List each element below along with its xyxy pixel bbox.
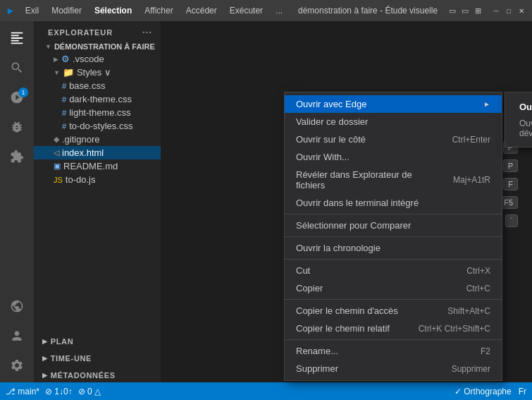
- menu-afficher[interactable]: Afficher: [139, 4, 178, 17]
- context-menu: Ouvrir avec Edge ► Valider ce dossier Ou…: [284, 92, 502, 381]
- menu-copy-path[interactable]: Copier le chemin d'accès Shift+Alt+C: [285, 302, 502, 320]
- vscode-folder-icon: ⚙: [61, 54, 70, 64]
- tree-gitignore[interactable]: ◆ .gitignore: [34, 133, 161, 146]
- tree-base-css[interactable]: # base.css: [34, 79, 161, 92]
- menu-open-chrono[interactable]: Ouvrir la chronologie: [285, 239, 502, 257]
- activity-settings[interactable]: [3, 351, 31, 380]
- menu-select-compare[interactable]: Sélectionner pour Comparer: [285, 217, 502, 234]
- menu-copy-relative[interactable]: Copier le chemin relatif Ctrl+K Ctrl+Shi…: [285, 320, 502, 337]
- menu-executer[interactable]: Exécuter: [224, 4, 268, 17]
- fr-label[interactable]: Fr: [519, 387, 526, 396]
- menu-selection[interactable]: Sélection: [89, 4, 137, 17]
- index-html-label: index.html: [62, 147, 104, 158]
- activity-search[interactable]: [3, 54, 31, 82]
- copy-label: Copier: [296, 283, 323, 293]
- arrow-down-icon: ▼: [45, 43, 51, 50]
- maximize-button[interactable]: □: [504, 6, 514, 16]
- delete-label: Supprimer: [296, 363, 338, 374]
- activity-extensions[interactable]: [3, 143, 31, 171]
- rename-shortcut: F2: [481, 346, 490, 356]
- status-right: ✓ Orthographe Fr: [454, 387, 526, 396]
- tree-todo-styles[interactable]: # to-do-styles.css: [34, 119, 161, 133]
- main-layout: 1 EXPLORATEUR ··· ▼ DÉMONSTRATIO: [0, 21, 532, 382]
- tree-project[interactable]: ▼ DÉMONSTRATION À FAIRE: [34, 41, 161, 52]
- status-bar: ⎇ main* ⊘ 1↓0↑ ⊘ 0 △ ✓ Orthographe Fr: [0, 382, 532, 400]
- key-p2: P: [503, 159, 518, 172]
- menu-open-terminal[interactable]: Ouvrir dans le terminal intégré: [285, 194, 502, 212]
- submenu-open-browser[interactable]: Ouvrir le navigateur: [514, 98, 532, 116]
- reveal-shortcut: Maj+A1tR: [453, 175, 490, 185]
- menu-modifier[interactable]: Modifier: [46, 4, 87, 17]
- layout-icon3: ⊞: [473, 6, 483, 16]
- tree-dark-theme[interactable]: # dark-theme.css: [34, 92, 161, 106]
- menu-open-side[interactable]: Ouvrir sur le côté Ctrl+Enter: [285, 131, 502, 148]
- metadata-arrow-icon: ▶: [42, 372, 48, 379]
- reveal-label: Révéler dans Explorateur de fichiers: [296, 169, 436, 190]
- layout-icon2: ▭: [460, 6, 470, 16]
- activity-bottom: [3, 292, 31, 382]
- key-backtick: `: [505, 214, 518, 227]
- copy-path-shortcut: Shift+Alt+C: [447, 306, 490, 316]
- titlebar: ► Exil Modifier Sélection Afficher Accéd…: [0, 0, 532, 21]
- submenu-arrow-icon: ►: [483, 100, 490, 108]
- gitignore-label: .gitignore: [62, 134, 99, 145]
- cut-label: Cut: [296, 265, 310, 276]
- open-with-label: Ouvrir With...: [296, 152, 349, 162]
- menu-cut[interactable]: Cut Ctrl+X: [285, 262, 502, 279]
- sidebar-title: EXPLORATEUR: [48, 28, 113, 37]
- activity-remote[interactable]: [3, 292, 31, 320]
- select-compare-label: Sélectionner pour Comparer: [296, 220, 411, 231]
- copy-relative-label: Copier le chemin relatif: [296, 323, 390, 334]
- dark-theme-label: dark-theme.css: [69, 94, 132, 104]
- readme-label: README.md: [63, 161, 118, 171]
- tree-light-theme[interactable]: # light-theme.css: [34, 106, 161, 119]
- menu-copy[interactable]: Copier Ctrl+C: [285, 279, 502, 297]
- css-icon-3: #: [62, 109, 66, 117]
- activity-account[interactable]: [3, 322, 31, 350]
- tree-index-html[interactable]: ◁ index.html: [34, 146, 161, 159]
- sidebar-header: EXPLORATEUR ···: [34, 21, 161, 41]
- tree-styles[interactable]: ▼ 📁 Styles ∨: [34, 66, 161, 79]
- menu-validate[interactable]: Valider ce dossier: [285, 113, 502, 131]
- styles-folder-icon: 📁: [63, 67, 74, 78]
- html-icon: ◁: [54, 148, 59, 157]
- separator-4: [285, 299, 502, 300]
- tree-readme[interactable]: ▣ README.md: [34, 159, 161, 173]
- menu-open-with[interactable]: Ouvrir With...: [285, 148, 502, 166]
- light-theme-label: light-theme.css: [69, 107, 130, 118]
- git-branch[interactable]: ⎇ main*: [6, 387, 39, 396]
- submenu: Ouvrir le navigateur Ouvrir le navigateu…: [505, 92, 532, 147]
- sidebar-dots[interactable]: ···: [142, 27, 152, 38]
- activity-git[interactable]: 1: [3, 83, 31, 111]
- copy-path-label: Copier le chemin d'accès: [296, 305, 398, 316]
- error-count[interactable]: ⊘ 1↓0↑: [45, 387, 73, 396]
- todo-js-label: to-do.js: [66, 174, 96, 185]
- menu-more[interactable]: ...: [270, 4, 288, 17]
- js-icon: JS: [54, 176, 63, 184]
- menu-acceder[interactable]: Accéder: [180, 4, 223, 17]
- activity-debug[interactable]: [3, 113, 31, 141]
- separator-5: [285, 339, 502, 340]
- spell-check[interactable]: ✓ Orthographe: [454, 387, 512, 396]
- menu-delete[interactable]: Supprimer Supprimer: [285, 360, 502, 377]
- sidebar: EXPLORATEUR ··· ▼ DÉMONSTRATION À FAIRE …: [34, 21, 161, 382]
- timeline-arrow-icon: ▶: [42, 355, 48, 362]
- section-metadata[interactable]: ▶ MÉTADONNÉES: [34, 368, 161, 382]
- submenu-open-devtools: Ouvrir le navigateur avec les outils de …: [514, 116, 532, 141]
- warning-count[interactable]: ⊘ 0 △: [78, 387, 101, 396]
- open-terminal-label: Ouvrir dans le terminal intégré: [296, 198, 419, 208]
- menu-exil[interactable]: Exil: [20, 4, 44, 17]
- close-button[interactable]: ✕: [516, 6, 526, 16]
- minimize-button[interactable]: ─: [491, 6, 501, 16]
- menu-reveal[interactable]: Révéler dans Explorateur de fichiers Maj…: [285, 166, 502, 194]
- section-timeline[interactable]: ▶ TIME-UNE: [34, 351, 161, 365]
- menu-rename[interactable]: Rename... F2: [285, 342, 502, 360]
- open-chrono-label: Ouvrir la chronologie: [296, 243, 381, 253]
- activity-explorer[interactable]: [3, 24, 31, 52]
- tree-todo-js[interactable]: JS to-do.js: [34, 173, 161, 186]
- tree-vscode[interactable]: ▶ ⚙ .vscode: [34, 52, 161, 66]
- section-plan[interactable]: ▶ PLAN: [34, 334, 161, 349]
- plan-label: PLAN: [51, 337, 74, 346]
- delete-shortcut: Supprimer: [452, 364, 490, 374]
- menu-open-edge[interactable]: Ouvrir avec Edge ►: [285, 95, 502, 113]
